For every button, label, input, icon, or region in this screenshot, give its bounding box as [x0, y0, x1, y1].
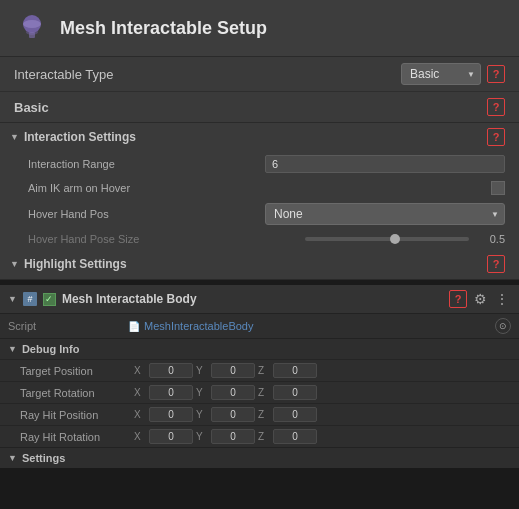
bottom-panel: ▼ # ✓ Mesh Interactable Body ? ⚙ ⋮ Scrip…: [0, 284, 519, 468]
svg-rect-3: [29, 32, 35, 38]
settings-triangle-icon: ▼: [8, 453, 17, 463]
hover-hand-pos-label: Hover Hand Pos: [28, 208, 265, 220]
interactable-type-help-button[interactable]: ?: [487, 65, 505, 83]
basic-section: Basic ?: [0, 92, 519, 123]
interactable-type-dropdown-wrapper[interactable]: Basic: [401, 63, 481, 85]
aim-ik-label: Aim IK arm on Hover: [28, 182, 491, 194]
target-rotation-z-label: Z: [258, 387, 270, 398]
script-row: Script 📄 MeshInteractableBody ⊙: [0, 313, 519, 338]
triangle-icon: ▼: [10, 132, 19, 142]
target-rotation-row: Target Rotation X Y Z: [0, 381, 519, 403]
debug-info-title: Debug Info: [22, 343, 79, 355]
interaction-settings-header: ▼ Interaction Settings ?: [0, 123, 519, 151]
collapse-arrow-icon[interactable]: ▼: [8, 294, 17, 304]
ray-hit-position-y-label: Y: [196, 409, 208, 420]
top-panel: Mesh Interactable Setup Interactable Typ…: [0, 0, 519, 280]
hover-hand-pose-size-slider-container: 0.5: [305, 233, 505, 245]
script-file-icon: 📄: [128, 321, 140, 332]
ray-hit-rotation-y-label: Y: [196, 431, 208, 442]
debug-triangle-icon: ▼: [8, 344, 17, 354]
component-help-button[interactable]: ?: [449, 290, 467, 308]
component-header: ▼ # ✓ Mesh Interactable Body ? ⚙ ⋮: [0, 285, 519, 313]
target-position-xyz: X Y Z: [134, 363, 511, 378]
ray-hit-rotation-y-input[interactable]: [211, 429, 255, 444]
hover-hand-pos-dropdown-wrapper[interactable]: None: [265, 203, 505, 225]
target-rotation-x-label: X: [134, 387, 146, 398]
svg-point-1: [23, 20, 41, 28]
page-title: Mesh Interactable Setup: [60, 18, 267, 39]
highlight-settings-header: ▼ Highlight Settings ?: [0, 249, 519, 279]
target-rotation-x-input[interactable]: [149, 385, 193, 400]
target-position-row: Target Position X Y Z: [0, 359, 519, 381]
component-enabled-checkbox[interactable]: ✓: [43, 293, 56, 306]
target-position-y-label: Y: [196, 365, 208, 376]
interaction-range-row: Interaction Range: [0, 151, 519, 177]
target-position-label: Target Position: [20, 365, 130, 377]
mesh-icon: [14, 10, 50, 46]
target-rotation-y-label: Y: [196, 387, 208, 398]
script-name: MeshInteractableBody: [144, 320, 253, 332]
target-position-y-input[interactable]: [211, 363, 255, 378]
debug-info-header: ▼ Debug Info: [0, 338, 519, 359]
ray-hit-position-x-input[interactable]: [149, 407, 193, 422]
hover-hand-pose-size-slider-track[interactable]: [305, 237, 469, 241]
target-position-x-label: X: [134, 365, 146, 376]
target-rotation-z-input[interactable]: [273, 385, 317, 400]
ray-hit-position-z-label: Z: [258, 409, 270, 420]
ray-hit-rotation-row: Ray Hit Rotation X Y Z: [0, 425, 519, 447]
interactable-type-select[interactable]: Basic: [401, 63, 481, 85]
ray-hit-position-z-input[interactable]: [273, 407, 317, 422]
ray-hit-rotation-label: Ray Hit Rotation: [20, 431, 130, 443]
ray-hit-position-x-label: X: [134, 409, 146, 420]
target-position-z-input[interactable]: [273, 363, 317, 378]
ray-hit-rotation-xyz: X Y Z: [134, 429, 511, 444]
ray-hit-position-y-input[interactable]: [211, 407, 255, 422]
ray-hit-position-row: Ray Hit Position X Y Z: [0, 403, 519, 425]
settings-title: Settings: [22, 452, 65, 464]
component-icon: #: [23, 292, 37, 306]
interaction-settings-title: ▼ Interaction Settings: [10, 130, 136, 144]
ray-hit-position-xyz: X Y Z: [134, 407, 511, 422]
component-title: Mesh Interactable Body: [62, 292, 443, 306]
settings-header: ▼ Settings: [0, 447, 519, 468]
target-rotation-y-input[interactable]: [211, 385, 255, 400]
component-settings-icon[interactable]: ⚙: [471, 290, 489, 308]
script-value: 📄 MeshInteractableBody: [128, 320, 495, 332]
ray-hit-position-label: Ray Hit Position: [20, 409, 130, 421]
header-row: Mesh Interactable Setup: [0, 0, 519, 57]
aim-ik-checkbox[interactable]: [491, 181, 505, 195]
component-header-icons: ? ⚙ ⋮: [449, 290, 511, 308]
interaction-range-label: Interaction Range: [28, 158, 265, 170]
target-rotation-label: Target Rotation: [20, 387, 130, 399]
basic-label: Basic: [14, 100, 49, 115]
hover-hand-pose-size-label: Hover Hand Pose Size: [28, 233, 305, 245]
hover-hand-pose-size-row: Hover Hand Pose Size 0.5: [0, 229, 519, 249]
script-label: Script: [8, 320, 128, 332]
ray-hit-rotation-x-label: X: [134, 431, 146, 442]
hover-hand-pos-select[interactable]: None: [265, 203, 505, 225]
target-position-x-input[interactable]: [149, 363, 193, 378]
interaction-range-input[interactable]: [265, 155, 505, 173]
highlight-triangle-icon: ▼: [10, 259, 19, 269]
target-rotation-xyz: X Y Z: [134, 385, 511, 400]
target-position-z-label: Z: [258, 365, 270, 376]
hover-hand-pose-size-slider-thumb[interactable]: [390, 234, 400, 244]
interaction-settings-help-button[interactable]: ?: [487, 128, 505, 146]
hover-hand-pose-size-value: 0.5: [475, 233, 505, 245]
highlight-settings-help-button[interactable]: ?: [487, 255, 505, 273]
ray-hit-rotation-z-input[interactable]: [273, 429, 317, 444]
component-menu-icon[interactable]: ⋮: [493, 290, 511, 308]
interactable-type-label: Interactable Type: [14, 67, 114, 82]
aim-ik-row: Aim IK arm on Hover: [0, 177, 519, 199]
ray-hit-rotation-z-label: Z: [258, 431, 270, 442]
interactable-type-row: Interactable Type Basic ?: [0, 57, 519, 92]
highlight-settings-title: ▼ Highlight Settings: [10, 257, 127, 271]
script-target-icon[interactable]: ⊙: [495, 318, 511, 334]
basic-help-button[interactable]: ?: [487, 98, 505, 116]
ray-hit-rotation-x-input[interactable]: [149, 429, 193, 444]
hover-hand-pos-row: Hover Hand Pos None: [0, 199, 519, 229]
